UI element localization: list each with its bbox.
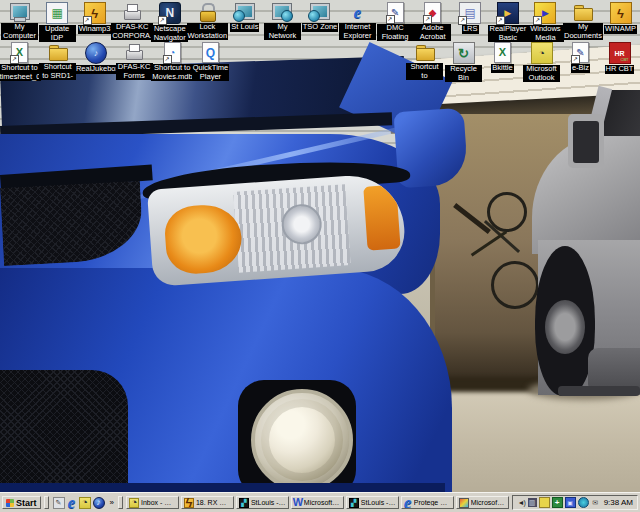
desktop-icon-winamp[interactable]: WINAMP: [602, 2, 639, 42]
desktop-icon-tso-zone[interactable]: TSO Zone: [302, 2, 339, 42]
desktop-icon-e-biz[interactable]: e-Biz: [562, 42, 599, 82]
task-button-label: StLouis - RUM...: [251, 499, 286, 506]
desktop-icon-label: Shortcut to Movies.mdb: [151, 64, 193, 81]
antivirus-shield-icon[interactable]: [552, 497, 563, 508]
task-microsoft-word[interactable]: Microsoft Word...: [291, 496, 344, 509]
desktop-icon-label: Microsoft Outlook: [523, 65, 560, 82]
desktop-icon-recycle-bin[interactable]: Recycle Bin: [445, 42, 482, 82]
desktop-icons-row-2-left: Shortcut to timesheet_02Shortcut to SRD1…: [1, 42, 229, 81]
taskbar-clock[interactable]: 9:38 AM: [604, 498, 633, 507]
suv-running-board: [558, 386, 640, 396]
suv-alloy-wheel: [545, 300, 585, 354]
desktop-icon-label: Shortcut to Outgoing: [406, 63, 443, 80]
dfas-kc-forms-icon: [124, 42, 144, 62]
start-button[interactable]: Start: [2, 496, 41, 509]
bicycle-rear-wheel: [491, 261, 539, 309]
task-stlouis-rumba-1[interactable]: StLouis - RUM...: [236, 496, 289, 509]
quick-launch-overflow-chevron[interactable]: »: [109, 498, 115, 507]
desktop-icon-lock-workstation[interactable]: Lock Workstation: [189, 2, 226, 42]
windows-logo-icon: [6, 499, 14, 507]
realjukebox-icon: [85, 42, 107, 64]
desktop-icon-label: Winamp3: [78, 25, 112, 34]
desktop-icon-label: WINAMP: [604, 25, 637, 34]
realplayer-tray-icon[interactable]: [578, 497, 589, 508]
task-inbox-outlook[interactable]: Inbox - Microsof...: [126, 496, 179, 509]
desktop-icon-winamp3[interactable]: Winamp3: [76, 2, 113, 42]
desktop-icon-realjukebox[interactable]: RealJukebox: [77, 42, 114, 81]
desktop-icons-row-2-right: Shortcut to OutgoingRecycle BinBkittleMi…: [406, 42, 638, 82]
desktop-icon-dmc-floating-lus[interactable]: DMC Floating LUs: [377, 2, 414, 42]
task-button-label: Microsoft Word...: [304, 499, 341, 506]
new-mail-icon[interactable]: [591, 498, 600, 507]
desktop-icon-quicktime-player[interactable]: QuickTime Player: [192, 42, 229, 81]
amber-turn-signal: [163, 203, 244, 276]
desktop-icon-my-network-places[interactable]: My Network Places: [264, 2, 301, 42]
network-icon[interactable]: [565, 497, 576, 508]
start-label: Start: [16, 498, 37, 508]
photo-editor-icon: [459, 498, 469, 508]
lock-workstation-icon: [197, 2, 217, 22]
desktop-icon-microsoft-outlook[interactable]: Microsoft Outlook: [523, 42, 560, 82]
headlight-assembly: [147, 172, 407, 286]
task-button-area: Inbox - Microsof...18. RX Bandits...StLo…: [126, 496, 509, 509]
st-louis-icon: [235, 2, 255, 22]
desktop-icon-label: DFAS-KC Forms: [116, 63, 153, 80]
desktop-icon-bkittle[interactable]: Bkittle: [484, 42, 521, 82]
windows-desktop-screen: My ComputerUpdate IDPWinamp3DFAS-KC CORP…: [0, 0, 640, 512]
desktop-icon-adobe-acrobat[interactable]: Adobe Acrobat 5.0: [414, 2, 451, 42]
taskbar-grip[interactable]: [118, 496, 123, 509]
desktop-icon-realplayer-basic[interactable]: RealPlayer Basic: [489, 2, 526, 42]
desktop-icon-dfas-kc-forms[interactable]: DFAS-KC Forms: [116, 42, 153, 81]
desktop-icon-outgoing[interactable]: Shortcut to Outgoing: [406, 42, 443, 82]
suv-mirror-glass: [573, 121, 599, 163]
desktop-icon-label: Adobe Acrobat 5.0: [414, 24, 451, 41]
outlook-icon[interactable]: [79, 497, 91, 509]
recycle-bin-icon: [453, 42, 475, 64]
dmc-floating-lus-icon: [387, 2, 404, 23]
desktop-icon-windows-media-player[interactable]: Windows Media Player: [527, 2, 564, 42]
desktop[interactable]: My ComputerUpdate IDPWinamp3DFAS-KC CORP…: [0, 0, 640, 495]
desktop-icon-update-idp[interactable]: Update IDP: [39, 2, 76, 42]
desktop-icon-label: Windows Media Player: [527, 25, 564, 42]
desktop-icon-label: e-Biz: [571, 64, 590, 73]
update-idp-icon: [46, 2, 68, 24]
tso-zone-icon: [310, 2, 330, 22]
desktop-icon-netscape-navigator[interactable]: Netscape Navigator: [151, 2, 188, 42]
task-protege-forums[interactable]: Protege Forums...: [401, 496, 454, 509]
access-database-icon: [164, 42, 181, 63]
show-desktop-icon[interactable]: [53, 497, 65, 509]
desktop-icon-lrs[interactable]: LRS: [452, 2, 489, 42]
desktop-icon-hr-cbt[interactable]: HR CBT: [601, 42, 638, 82]
desktop-icon-srd1-0u1[interactable]: Shortcut to SRD1-0U1: [39, 42, 76, 81]
my-computer-icon: [10, 2, 30, 22]
desktop-icon-movies-mdb[interactable]: Shortcut to Movies.mdb: [154, 42, 191, 81]
task-stlouis-rumba-2[interactable]: StLouis - RUM...: [346, 496, 399, 509]
realplayer-icon: [497, 2, 519, 24]
desktop-icon-dfas-kc-corpora[interactable]: DFAS-KC CORPORA...: [114, 2, 151, 42]
task-winamp-rx-bandits[interactable]: 18. RX Bandits...: [181, 496, 234, 509]
desktop-icon-my-documents[interactable]: My Documents: [564, 2, 601, 42]
desktop-icon-label: QuickTime Player: [192, 64, 230, 81]
desktop-icon-label: Shortcut to timesheet_02: [0, 64, 41, 81]
desktop-icon-timesheet[interactable]: Shortcut to timesheet_02: [1, 42, 38, 81]
display-settings-icon[interactable]: [528, 498, 537, 507]
netscape-navigator-icon: [159, 2, 181, 24]
winamp3-icon: [84, 2, 106, 24]
task-button-label: 18. RX Bandits...: [196, 499, 231, 506]
lower-mesh-grille: [0, 370, 128, 495]
internet-explorer-icon[interactable]: [67, 498, 77, 508]
taskbar-grip[interactable]: [44, 496, 49, 509]
internet-explorer-icon: [348, 2, 368, 22]
desktop-icon-label: Shortcut to SRD1-0U1: [39, 63, 76, 80]
desktop-icon-my-computer[interactable]: My Computer: [1, 2, 38, 42]
excel-document-icon: [494, 42, 511, 63]
volume-icon[interactable]: [517, 498, 526, 507]
realplayer-icon[interactable]: [93, 497, 105, 509]
desktop-icon-internet-explorer[interactable]: Internet Explorer: [339, 2, 376, 42]
task-microsoft-photo[interactable]: Microsoft Photo...: [456, 496, 509, 509]
task-button-label: StLouis - RUM...: [361, 499, 396, 506]
desktop-icon-label: RealPlayer Basic: [488, 25, 527, 42]
task-scheduler-icon[interactable]: [539, 497, 550, 508]
windows-media-player-icon: [534, 2, 556, 24]
desktop-icon-st-louis[interactable]: St Louis: [226, 2, 263, 42]
